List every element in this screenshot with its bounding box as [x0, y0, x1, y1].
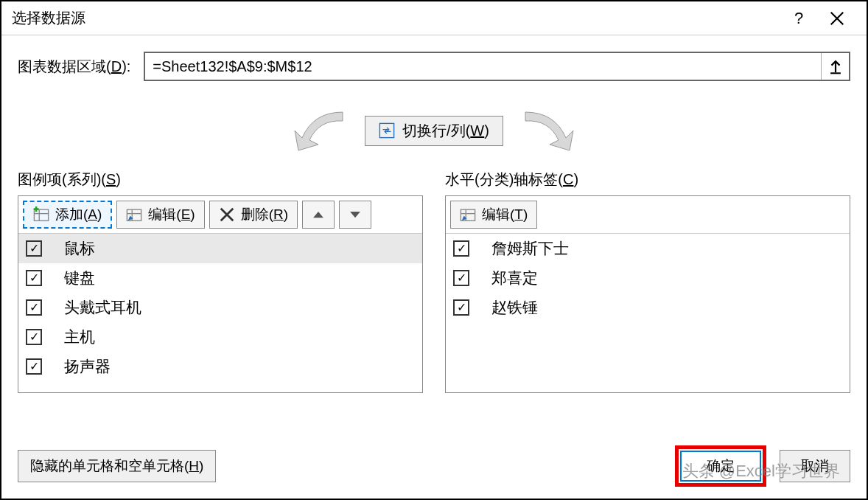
series-item-label: 键盘: [64, 268, 95, 288]
svg-rect-0: [830, 72, 841, 74]
close-icon: [829, 10, 845, 27]
move-up-button[interactable]: [302, 201, 335, 229]
checkbox-icon[interactable]: ✓: [26, 358, 42, 375]
category-item-label: 詹姆斯下士: [491, 238, 569, 259]
category-listbox[interactable]: ✓ 詹姆斯下士 ✓ 郑喜定 ✓ 赵铁锤: [446, 234, 850, 392]
checkbox-icon[interactable]: ✓: [453, 240, 469, 257]
chart-data-range-label: 图表数据区域(D):: [18, 57, 130, 77]
category-item-label: 郑喜定: [491, 268, 538, 288]
checkbox-icon[interactable]: ✓: [26, 329, 42, 345]
legend-toolbar: 添加(A) 编辑(E) 删除(R): [18, 196, 422, 234]
edit-series-button[interactable]: 编辑(E): [116, 201, 204, 229]
category-item[interactable]: ✓ 赵铁锤: [446, 293, 850, 322]
remove-icon: [219, 206, 235, 223]
edit-axis-button[interactable]: 编辑(T): [450, 201, 537, 229]
select-data-source-dialog: 选择数据源 ? 图表数据区域(D): 切换行/列(W): [0, 0, 868, 500]
remove-series-button[interactable]: 删除(R): [209, 201, 298, 229]
checkbox-icon[interactable]: ✓: [26, 270, 42, 286]
legend-panel: 添加(A) 编辑(E) 删除(R): [18, 195, 423, 393]
checkbox-icon[interactable]: ✓: [453, 299, 469, 316]
triangle-down-icon: [347, 206, 363, 223]
series-item-label: 主机: [64, 327, 95, 347]
series-item[interactable]: ✓ 键盘: [18, 263, 422, 293]
chart-data-range-input[interactable]: [145, 53, 821, 80]
series-item-label: 扬声器: [64, 356, 111, 377]
axis-labels-column: 水平(分类)轴标签(C) 编辑(T) ✓ 詹姆斯下士: [445, 170, 850, 393]
dialog-body: 图表数据区域(D): 切换行/列(W): [1, 35, 867, 402]
category-item[interactable]: ✓ 詹姆斯下士: [446, 234, 850, 263]
series-listbox[interactable]: ✓ 鼠标 ✓ 键盘 ✓ 头戴式耳机 ✓ 主机: [18, 234, 422, 392]
move-down-button[interactable]: [339, 201, 371, 229]
ok-highlight: 确定: [675, 445, 766, 487]
chart-data-range-input-wrap: [144, 52, 850, 81]
switch-icon: [379, 122, 395, 139]
hidden-empty-cells-button[interactable]: 隐藏的单元格和空单元格(H): [18, 450, 216, 482]
titlebar: 选择数据源 ?: [1, 1, 867, 35]
cancel-button[interactable]: 取消: [780, 450, 850, 482]
arrow-right-icon: [503, 105, 592, 156]
series-item[interactable]: ✓ 主机: [18, 322, 422, 352]
category-item[interactable]: ✓ 郑喜定: [446, 263, 850, 293]
legend-entries-label: 图例项(系列)(S): [18, 170, 423, 190]
table-edit-icon: [460, 206, 476, 223]
svg-rect-1: [379, 123, 393, 137]
add-series-button[interactable]: 添加(A): [23, 201, 112, 229]
series-item-label: 头戴式耳机: [64, 297, 141, 318]
checkbox-icon[interactable]: ✓: [26, 240, 42, 257]
checkbox-icon[interactable]: ✓: [26, 299, 42, 316]
axis-toolbar: 编辑(T): [446, 196, 850, 234]
dialog-title: 选择数据源: [12, 8, 780, 28]
series-item[interactable]: ✓ 鼠标: [18, 234, 422, 263]
axis-panel: 编辑(T) ✓ 詹姆斯下士 ✓ 郑喜定 ✓: [445, 195, 850, 393]
series-item-label: 鼠标: [64, 238, 95, 259]
arrow-left-icon: [276, 105, 365, 156]
table-add-icon: [33, 206, 49, 223]
columns: 图例项(系列)(S) 添加(A) 编辑(E): [18, 170, 850, 393]
legend-entries-column: 图例项(系列)(S) 添加(A) 编辑(E): [18, 170, 423, 393]
table-edit-icon: [126, 206, 142, 223]
ok-button[interactable]: 确定: [680, 451, 761, 482]
switch-row-column-row: 切换行/列(W): [18, 105, 850, 156]
switch-row-column-button[interactable]: 切换行/列(W): [365, 116, 503, 146]
footer-right-buttons: 确定 取消: [675, 445, 850, 487]
category-item-label: 赵铁锤: [491, 297, 538, 318]
series-item[interactable]: ✓ 扬声器: [18, 352, 422, 381]
dialog-footer: 隐藏的单元格和空单元格(H) 确定 取消: [18, 445, 850, 487]
series-item[interactable]: ✓ 头戴式耳机: [18, 293, 422, 322]
axis-labels-label: 水平(分类)轴标签(C): [445, 170, 850, 190]
checkbox-icon[interactable]: ✓: [453, 270, 469, 286]
help-button[interactable]: ?: [780, 4, 818, 32]
collapse-dialog-button[interactable]: [821, 53, 849, 80]
collapse-icon: [827, 58, 844, 74]
triangle-up-icon: [310, 206, 326, 223]
chart-data-range-row: 图表数据区域(D):: [18, 52, 850, 81]
close-button[interactable]: [818, 4, 856, 32]
